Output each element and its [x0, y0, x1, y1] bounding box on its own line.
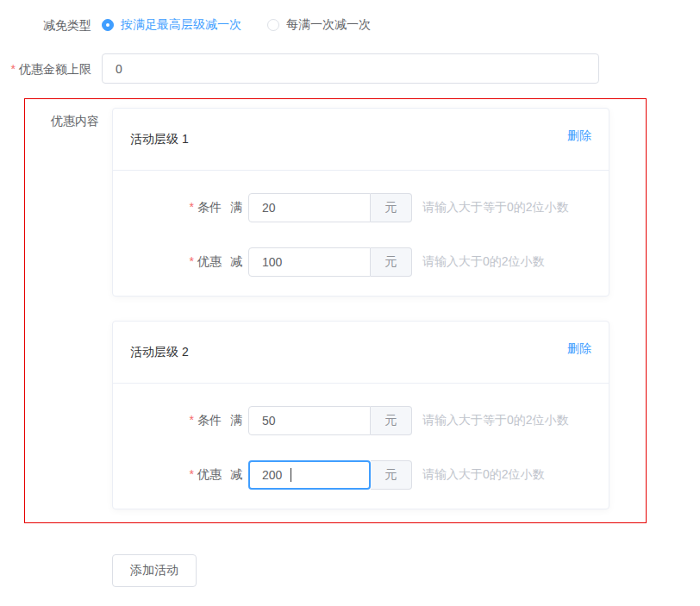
- discount-prefix: 减: [230, 254, 242, 268]
- discount-label: 优惠: [197, 254, 222, 268]
- radio-unselected-icon: [267, 19, 279, 31]
- tier-card-1: 活动层级 1 删除 *条件满 元 请输入大于等于0的2位小数 *优惠减 元: [112, 108, 609, 297]
- text-cursor: [291, 468, 291, 482]
- condition-label: 条件: [197, 413, 222, 427]
- radio-selected-icon: [102, 19, 114, 31]
- unit-append: 元: [371, 193, 412, 222]
- discount-label: 优惠: [197, 467, 222, 481]
- max-discount-input[interactable]: [102, 53, 599, 84]
- tier-card-header: 活动层级 1 删除: [113, 109, 609, 171]
- discount-content-section: 优惠内容 活动层级 1 删除 *条件满 元 请输入大于等于0的2位小数 *优惠减: [24, 98, 647, 523]
- promotion-form: 减免类型 按满足最高层级减一次 每满一次减一次 *优惠金额上限 优惠内容 活动层…: [0, 16, 700, 587]
- condition-label: 条件: [197, 200, 222, 214]
- tier-card-2: 活动层级 2 删除 *条件满 元 请输入大于等于0的2位小数 *优惠减: [112, 321, 609, 509]
- radio-option-label: 按满足最高层级减一次: [121, 17, 241, 33]
- radio-option-every-time[interactable]: 每满一次减一次: [267, 17, 371, 33]
- tier-card-title: 活动层级 1: [130, 132, 189, 147]
- required-asterisk: *: [190, 467, 194, 481]
- unit-append: 元: [371, 460, 412, 490]
- discount-prefix: 减: [230, 467, 242, 481]
- add-activity-button[interactable]: 添加活动: [112, 554, 197, 587]
- delete-tier-link[interactable]: 删除: [567, 341, 591, 357]
- required-asterisk: *: [11, 62, 16, 76]
- max-discount-label: *优惠金额上限: [0, 60, 102, 78]
- discount-input-group: 元: [248, 247, 412, 277]
- tier-card-body: *条件满 元 请输入大于等于0的2位小数 *优惠减 元 请输入大于0的2位小数: [113, 384, 609, 509]
- condition-prefix: 满: [230, 200, 242, 214]
- input-hint: 请输入大于0的2位小数: [422, 254, 545, 270]
- reduction-type-label: 减免类型: [0, 16, 102, 34]
- radio-option-highest-tier[interactable]: 按满足最高层级减一次: [102, 17, 241, 33]
- reduction-type-radio-group: 按满足最高层级减一次 每满一次减一次: [102, 17, 397, 33]
- discount-amount-input-focused[interactable]: [248, 460, 371, 490]
- required-asterisk: *: [190, 413, 194, 427]
- condition-field-row: *条件满 元 请输入大于等于0的2位小数: [130, 406, 591, 435]
- condition-amount-input[interactable]: [248, 193, 371, 222]
- max-discount-row: *优惠金额上限: [0, 53, 700, 84]
- condition-amount-input[interactable]: [248, 406, 371, 435]
- input-hint: 请输入大于0的2位小数: [422, 467, 545, 483]
- condition-field-row: *条件满 元 请输入大于等于0的2位小数: [130, 193, 591, 222]
- input-hint: 请输入大于等于0的2位小数: [422, 200, 569, 216]
- tier-card-title: 活动层级 2: [130, 345, 189, 360]
- discount-amount-input[interactable]: [248, 247, 371, 277]
- delete-tier-link[interactable]: 删除: [567, 128, 591, 144]
- discount-field-row: *优惠减 元 请输入大于0的2位小数: [130, 460, 591, 490]
- radio-option-label: 每满一次减一次: [286, 17, 371, 33]
- condition-prefix: 满: [230, 413, 242, 427]
- tier-card-body: *条件满 元 请输入大于等于0的2位小数 *优惠减 元 请输入大于0的2位小数: [113, 171, 609, 296]
- required-asterisk: *: [190, 200, 194, 214]
- discount-content-label: 优惠内容: [51, 114, 99, 129]
- unit-append: 元: [371, 247, 412, 277]
- reduction-type-row: 减免类型 按满足最高层级减一次 每满一次减一次: [0, 16, 700, 34]
- discount-input-group-focused: 元: [248, 460, 412, 490]
- input-hint: 请输入大于等于0的2位小数: [422, 413, 569, 428]
- discount-field-row: *优惠减 元 请输入大于0的2位小数: [130, 247, 591, 277]
- condition-input-group: 元: [248, 193, 412, 222]
- condition-input-group: 元: [248, 406, 412, 435]
- unit-append: 元: [371, 406, 412, 435]
- required-asterisk: *: [190, 254, 194, 268]
- tier-card-header: 活动层级 2 删除: [113, 322, 609, 384]
